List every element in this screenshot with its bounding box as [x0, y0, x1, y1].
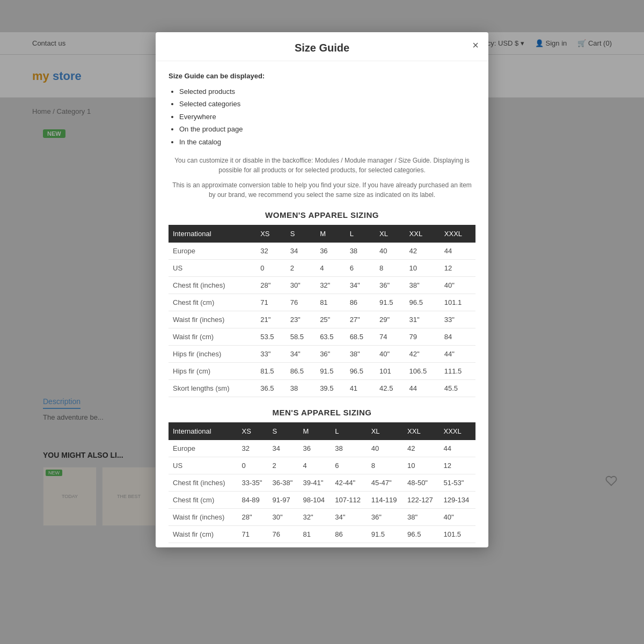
table-row: Chest fit (cm)84-8991-9798-104107-112114…: [169, 491, 475, 508]
table-cell: 10: [403, 457, 439, 474]
table-cell: 40: [375, 243, 405, 260]
col-header: International: [169, 225, 256, 243]
table-cell: 111.5: [440, 362, 475, 379]
table-cell: 84: [403, 543, 439, 547]
table-cell: Skort lengths (sm): [169, 379, 256, 397]
table-row: Hips fir (cm)81.586.591.596.5101106.5111…: [169, 362, 475, 379]
table-row: Waist fir (cm)53.558.563.568.5747984: [169, 328, 475, 345]
table-cell: Chest fit (cm): [169, 294, 256, 311]
table-cell: 91.5: [375, 294, 405, 311]
table-cell: 8: [375, 259, 405, 276]
table-cell: 33": [440, 311, 475, 328]
table-cell: 45.5: [440, 379, 475, 397]
table-cell: 10: [405, 259, 440, 276]
table-cell: 36.5: [256, 379, 286, 397]
table-cell: 40": [440, 508, 475, 525]
col-header: L: [331, 422, 367, 440]
table-cell: 71: [256, 294, 286, 311]
table-cell: 39-41": [299, 474, 331, 491]
table-cell: 106.5: [405, 362, 440, 379]
table-cell: 85.5: [440, 543, 475, 547]
table-cell: 81: [299, 525, 331, 543]
table-cell: 6: [346, 259, 375, 276]
table-cell: 86: [346, 294, 375, 311]
table-cell: 28": [238, 508, 268, 525]
table-cell: Europe: [169, 440, 238, 457]
table-cell: 0: [238, 457, 268, 474]
intro-label: Size Guide can be displayed:: [169, 72, 475, 80]
table-cell: 48-50": [403, 474, 439, 491]
table-cell: 51-53": [440, 474, 475, 491]
table-cell: 81: [331, 543, 367, 547]
modal-title: Size Guide: [169, 42, 475, 54]
col-header: M: [299, 422, 331, 440]
table-cell: 40": [375, 345, 405, 362]
table-cell: 12: [440, 259, 475, 276]
table-cell: 79: [405, 328, 440, 345]
table-cell: 8: [367, 457, 403, 474]
table-cell: Waist fir (cm): [169, 525, 238, 543]
table-row: Skort lengths (sm)7677.5798182.58485.5: [169, 543, 475, 547]
table-row: Europe32343638404244: [169, 440, 475, 457]
info-text: You can customize it or disable in the b…: [169, 156, 475, 175]
table-cell: 107-112: [331, 491, 367, 508]
col-header: XS: [238, 422, 268, 440]
close-button[interactable]: ×: [472, 40, 479, 50]
table-cell: 30": [268, 508, 299, 525]
table-row: US024681012: [169, 259, 475, 276]
table-cell: 36": [367, 508, 403, 525]
list-item: Selected categories: [179, 98, 475, 110]
table-cell: 79: [299, 543, 331, 547]
table-row: Waist fir (cm)7176818691.596.5101.5: [169, 525, 475, 543]
table-cell: 42: [403, 440, 439, 457]
table-cell: 77.5: [268, 543, 299, 547]
table-cell: 96.5: [403, 525, 439, 543]
table-cell: 44: [440, 440, 475, 457]
table-cell: 84: [440, 328, 475, 345]
table-cell: 23": [286, 311, 316, 328]
table-cell: 76: [268, 525, 299, 543]
table-cell: 29": [375, 311, 405, 328]
table-cell: 34": [346, 276, 375, 294]
list-item: In the catalog: [179, 136, 475, 148]
table-cell: 6: [331, 457, 367, 474]
table-cell: 44": [440, 345, 475, 362]
table-header-row: International XS S M L XL XXL XXXL: [169, 422, 475, 440]
approx-text: This is an approximate conversion table …: [169, 180, 475, 200]
table-cell: 129-134: [440, 491, 475, 508]
table-cell: 96.5: [405, 294, 440, 311]
table-cell: 36": [375, 276, 405, 294]
col-header: M: [316, 225, 345, 243]
mens-size-table: International XS S M L XL XXL XXXL Europ…: [169, 422, 475, 547]
table-cell: 32": [316, 276, 345, 294]
table-cell: 0: [256, 259, 286, 276]
table-row: Chest fit (cm)7176818691.596.5101.1: [169, 294, 475, 311]
table-cell: 21": [256, 311, 286, 328]
table-cell: 28": [256, 276, 286, 294]
table-row: Waist fir (inches)28"30"32"34"36"38"40": [169, 508, 475, 525]
table-cell: 38: [286, 379, 316, 397]
col-header: XL: [367, 422, 403, 440]
table-cell: 33-35": [238, 474, 268, 491]
table-cell: 45-47": [367, 474, 403, 491]
table-cell: 42: [405, 243, 440, 260]
table-cell: 76: [238, 543, 268, 547]
table-row: US024681012: [169, 457, 475, 474]
table-cell: 34": [286, 345, 316, 362]
table-cell: 31": [405, 311, 440, 328]
table-cell: 74: [375, 328, 405, 345]
table-cell: US: [169, 259, 256, 276]
table-cell: Waist fir (inches): [169, 508, 238, 525]
table-cell: Skort lengths (sm): [169, 543, 238, 547]
table-cell: 32": [299, 508, 331, 525]
table-cell: 36: [316, 243, 345, 260]
table-cell: 81: [316, 294, 345, 311]
table-cell: 96.5: [346, 362, 375, 379]
table-cell: 33": [256, 345, 286, 362]
col-header: International: [169, 422, 238, 440]
col-header: XXL: [403, 422, 439, 440]
table-cell: 38: [346, 243, 375, 260]
table-cell: 4: [299, 457, 331, 474]
table-cell: 39.5: [316, 379, 345, 397]
table-cell: Waist fir (cm): [169, 328, 256, 345]
